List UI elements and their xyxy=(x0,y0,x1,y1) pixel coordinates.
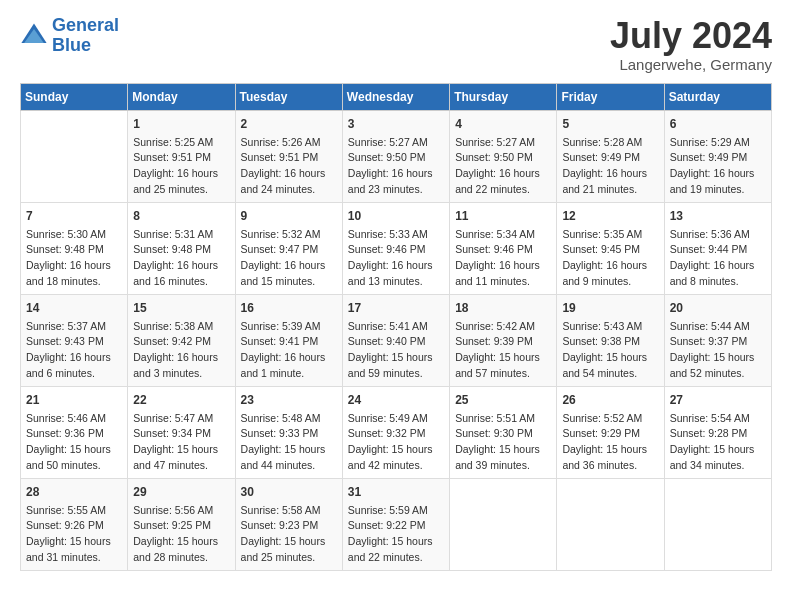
header-day: Friday xyxy=(557,83,664,110)
day-number: 9 xyxy=(241,207,337,225)
day-number: 15 xyxy=(133,299,229,317)
cell-content: Sunrise: 5:31 AM Sunset: 9:48 PM Dayligh… xyxy=(133,227,229,290)
cell-content: Sunrise: 5:44 AM Sunset: 9:37 PM Dayligh… xyxy=(670,319,766,382)
logo-line2: Blue xyxy=(52,35,91,55)
day-number: 27 xyxy=(670,391,766,409)
calendar-cell: 19Sunrise: 5:43 AM Sunset: 9:38 PM Dayli… xyxy=(557,294,664,386)
cell-content: Sunrise: 5:32 AM Sunset: 9:47 PM Dayligh… xyxy=(241,227,337,290)
cell-content: Sunrise: 5:56 AM Sunset: 9:25 PM Dayligh… xyxy=(133,503,229,566)
day-number: 14 xyxy=(26,299,122,317)
calendar-cell: 17Sunrise: 5:41 AM Sunset: 9:40 PM Dayli… xyxy=(342,294,449,386)
month-year: July 2024 xyxy=(610,16,772,56)
day-number: 3 xyxy=(348,115,444,133)
day-number: 29 xyxy=(133,483,229,501)
calendar-cell: 3Sunrise: 5:27 AM Sunset: 9:50 PM Daylig… xyxy=(342,110,449,202)
title-block: July 2024 Langerwehe, Germany xyxy=(610,16,772,73)
header-day: Thursday xyxy=(450,83,557,110)
day-number: 4 xyxy=(455,115,551,133)
calendar-cell: 8Sunrise: 5:31 AM Sunset: 9:48 PM Daylig… xyxy=(128,202,235,294)
cell-content: Sunrise: 5:25 AM Sunset: 9:51 PM Dayligh… xyxy=(133,135,229,198)
calendar-cell: 24Sunrise: 5:49 AM Sunset: 9:32 PM Dayli… xyxy=(342,386,449,478)
calendar-cell xyxy=(557,478,664,570)
logo: General Blue xyxy=(20,16,119,56)
calendar-cell: 2Sunrise: 5:26 AM Sunset: 9:51 PM Daylig… xyxy=(235,110,342,202)
day-number: 18 xyxy=(455,299,551,317)
logo-line1: General xyxy=(52,15,119,35)
day-number: 19 xyxy=(562,299,658,317)
cell-content: Sunrise: 5:37 AM Sunset: 9:43 PM Dayligh… xyxy=(26,319,122,382)
day-number: 17 xyxy=(348,299,444,317)
calendar-cell: 13Sunrise: 5:36 AM Sunset: 9:44 PM Dayli… xyxy=(664,202,771,294)
location: Langerwehe, Germany xyxy=(610,56,772,73)
cell-content: Sunrise: 5:48 AM Sunset: 9:33 PM Dayligh… xyxy=(241,411,337,474)
header-day: Monday xyxy=(128,83,235,110)
calendar-cell: 9Sunrise: 5:32 AM Sunset: 9:47 PM Daylig… xyxy=(235,202,342,294)
day-number: 7 xyxy=(26,207,122,225)
calendar-week-row: 21Sunrise: 5:46 AM Sunset: 9:36 PM Dayli… xyxy=(21,386,772,478)
calendar-cell: 21Sunrise: 5:46 AM Sunset: 9:36 PM Dayli… xyxy=(21,386,128,478)
day-number: 5 xyxy=(562,115,658,133)
page-header: General Blue July 2024 Langerwehe, Germa… xyxy=(20,16,772,73)
calendar-cell xyxy=(450,478,557,570)
day-number: 20 xyxy=(670,299,766,317)
calendar-cell xyxy=(21,110,128,202)
calendar-cell: 25Sunrise: 5:51 AM Sunset: 9:30 PM Dayli… xyxy=(450,386,557,478)
logo-text: General Blue xyxy=(52,16,119,56)
header-day: Wednesday xyxy=(342,83,449,110)
calendar-week-row: 1Sunrise: 5:25 AM Sunset: 9:51 PM Daylig… xyxy=(21,110,772,202)
day-number: 22 xyxy=(133,391,229,409)
cell-content: Sunrise: 5:27 AM Sunset: 9:50 PM Dayligh… xyxy=(455,135,551,198)
day-number: 11 xyxy=(455,207,551,225)
calendar-cell: 31Sunrise: 5:59 AM Sunset: 9:22 PM Dayli… xyxy=(342,478,449,570)
cell-content: Sunrise: 5:51 AM Sunset: 9:30 PM Dayligh… xyxy=(455,411,551,474)
calendar-cell: 7Sunrise: 5:30 AM Sunset: 9:48 PM Daylig… xyxy=(21,202,128,294)
cell-content: Sunrise: 5:38 AM Sunset: 9:42 PM Dayligh… xyxy=(133,319,229,382)
day-number: 30 xyxy=(241,483,337,501)
cell-content: Sunrise: 5:36 AM Sunset: 9:44 PM Dayligh… xyxy=(670,227,766,290)
calendar-body: 1Sunrise: 5:25 AM Sunset: 9:51 PM Daylig… xyxy=(21,110,772,570)
header-day: Saturday xyxy=(664,83,771,110)
logo-icon xyxy=(20,22,48,50)
calendar-cell xyxy=(664,478,771,570)
calendar-cell: 26Sunrise: 5:52 AM Sunset: 9:29 PM Dayli… xyxy=(557,386,664,478)
cell-content: Sunrise: 5:55 AM Sunset: 9:26 PM Dayligh… xyxy=(26,503,122,566)
day-number: 12 xyxy=(562,207,658,225)
calendar-week-row: 7Sunrise: 5:30 AM Sunset: 9:48 PM Daylig… xyxy=(21,202,772,294)
header-day: Sunday xyxy=(21,83,128,110)
cell-content: Sunrise: 5:58 AM Sunset: 9:23 PM Dayligh… xyxy=(241,503,337,566)
day-number: 31 xyxy=(348,483,444,501)
day-number: 28 xyxy=(26,483,122,501)
calendar-cell: 4Sunrise: 5:27 AM Sunset: 9:50 PM Daylig… xyxy=(450,110,557,202)
day-number: 24 xyxy=(348,391,444,409)
calendar-cell: 10Sunrise: 5:33 AM Sunset: 9:46 PM Dayli… xyxy=(342,202,449,294)
calendar-cell: 27Sunrise: 5:54 AM Sunset: 9:28 PM Dayli… xyxy=(664,386,771,478)
cell-content: Sunrise: 5:33 AM Sunset: 9:46 PM Dayligh… xyxy=(348,227,444,290)
cell-content: Sunrise: 5:42 AM Sunset: 9:39 PM Dayligh… xyxy=(455,319,551,382)
calendar-cell: 15Sunrise: 5:38 AM Sunset: 9:42 PM Dayli… xyxy=(128,294,235,386)
day-number: 1 xyxy=(133,115,229,133)
calendar-cell: 29Sunrise: 5:56 AM Sunset: 9:25 PM Dayli… xyxy=(128,478,235,570)
cell-content: Sunrise: 5:29 AM Sunset: 9:49 PM Dayligh… xyxy=(670,135,766,198)
cell-content: Sunrise: 5:28 AM Sunset: 9:49 PM Dayligh… xyxy=(562,135,658,198)
calendar-cell: 20Sunrise: 5:44 AM Sunset: 9:37 PM Dayli… xyxy=(664,294,771,386)
calendar-cell: 1Sunrise: 5:25 AM Sunset: 9:51 PM Daylig… xyxy=(128,110,235,202)
header-day: Tuesday xyxy=(235,83,342,110)
calendar-week-row: 28Sunrise: 5:55 AM Sunset: 9:26 PM Dayli… xyxy=(21,478,772,570)
day-number: 13 xyxy=(670,207,766,225)
calendar-cell: 22Sunrise: 5:47 AM Sunset: 9:34 PM Dayli… xyxy=(128,386,235,478)
day-number: 26 xyxy=(562,391,658,409)
cell-content: Sunrise: 5:27 AM Sunset: 9:50 PM Dayligh… xyxy=(348,135,444,198)
calendar-cell: 30Sunrise: 5:58 AM Sunset: 9:23 PM Dayli… xyxy=(235,478,342,570)
calendar-cell: 6Sunrise: 5:29 AM Sunset: 9:49 PM Daylig… xyxy=(664,110,771,202)
calendar-cell: 5Sunrise: 5:28 AM Sunset: 9:49 PM Daylig… xyxy=(557,110,664,202)
calendar-week-row: 14Sunrise: 5:37 AM Sunset: 9:43 PM Dayli… xyxy=(21,294,772,386)
cell-content: Sunrise: 5:54 AM Sunset: 9:28 PM Dayligh… xyxy=(670,411,766,474)
cell-content: Sunrise: 5:41 AM Sunset: 9:40 PM Dayligh… xyxy=(348,319,444,382)
calendar-cell: 28Sunrise: 5:55 AM Sunset: 9:26 PM Dayli… xyxy=(21,478,128,570)
day-number: 23 xyxy=(241,391,337,409)
cell-content: Sunrise: 5:30 AM Sunset: 9:48 PM Dayligh… xyxy=(26,227,122,290)
calendar-table: SundayMondayTuesdayWednesdayThursdayFrid… xyxy=(20,83,772,571)
day-number: 6 xyxy=(670,115,766,133)
day-number: 2 xyxy=(241,115,337,133)
cell-content: Sunrise: 5:34 AM Sunset: 9:46 PM Dayligh… xyxy=(455,227,551,290)
